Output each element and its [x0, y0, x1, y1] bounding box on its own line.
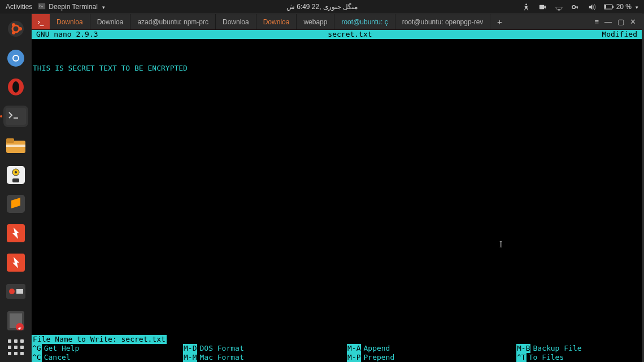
nano-shortcut: M-BBackup File: [516, 344, 642, 353]
svg-point-32: [9, 289, 15, 294]
svg-point-14: [12, 31, 15, 34]
svg-rect-9: [612, 6, 613, 8]
terminal-tab-5[interactable]: webapp: [297, 14, 334, 29]
activities-button[interactable]: Activities: [6, 3, 32, 11]
dock-item-opera[interactable]: [3, 76, 28, 98]
vpn-icon[interactable]: [571, 3, 580, 11]
nano-shortcut: M-MMac Format: [183, 353, 347, 362]
accessibility-icon[interactable]: [522, 3, 530, 11]
dock-item-chromium[interactable]: [3, 47, 28, 69]
battery-status[interactable]: 20 %: [604, 3, 638, 11]
terminal-tab-4[interactable]: Downloa: [256, 14, 297, 29]
volume-icon[interactable]: [588, 3, 596, 11]
nano-shortcut: ^TTo Files: [516, 353, 642, 362]
network-icon[interactable]: [555, 3, 563, 11]
nano-shortcut: M-AAppend: [347, 344, 516, 353]
dock-item-files[interactable]: [3, 135, 28, 156]
camera-icon[interactable]: [538, 3, 547, 11]
dock-item-terminal[interactable]: [3, 106, 28, 127]
svg-rect-2: [539, 5, 544, 9]
svg-point-12: [19, 27, 22, 30]
nano-status: Modified: [602, 30, 639, 39]
svg-point-1: [525, 3, 527, 5]
file-content: THIS IS SECRET TEXT TO BE ENCRYPTED: [33, 64, 641, 73]
svg-rect-6: [577, 6, 577, 8]
terminal-tab-7[interactable]: root@ubuntu: openpgp-rev: [395, 14, 491, 29]
nano-shortcut: ^CCancel: [32, 353, 183, 362]
svg-rect-22: [6, 138, 14, 143]
chevron-down-icon: [101, 3, 105, 11]
dock-item-gedit[interactable]: [3, 310, 28, 332]
dock-item-rhythmbox[interactable]: [3, 164, 28, 186]
nano-shortcut: M-PPrepend: [347, 353, 516, 362]
terminal-tab-6[interactable]: root@ubuntu: ç: [334, 14, 395, 29]
show-applications-button[interactable]: [8, 339, 24, 355]
text-cursor-icon: I: [499, 240, 502, 249]
chevron-down-icon: [634, 3, 638, 11]
dock-item-burp1[interactable]: [3, 223, 28, 244]
battery-percent: 20 %: [616, 3, 632, 11]
svg-rect-33: [16, 289, 23, 294]
nano-titlebar: GNU nano 2.9.3 secret.txt Modified: [32, 30, 642, 39]
terminal-tab-0[interactable]: Downloa: [50, 14, 90, 29]
clock[interactable]: منگل جنوری ,22 6:49 ش: [286, 3, 358, 11]
terminal-tab-2[interactable]: azad@ubuntu: npm-prc: [130, 14, 216, 29]
dock-item-ubuntu-logo[interactable]: [3, 18, 28, 40]
nano-shortcut: ^GGet Help: [32, 344, 183, 353]
svg-point-3: [558, 8, 560, 10]
terminal-tab-1[interactable]: Downloa: [90, 14, 131, 29]
terminal-icon: [38, 2, 46, 12]
app-title-label: Deepin Terminal: [49, 3, 98, 11]
terminal-content[interactable]: GNU nano 2.9.3 secret.txt Modified THIS …: [32, 30, 642, 362]
dock: [0, 14, 32, 362]
svg-rect-27: [12, 178, 19, 182]
dock-item-sublime[interactable]: [3, 193, 28, 215]
nano-footer: File Name to Write: secret.txt ^GGet Hel…: [32, 335, 642, 362]
app-menu[interactable]: Deepin Terminal: [38, 2, 105, 12]
window-controls: ≡ — ▢ ✕: [589, 14, 642, 29]
terminal-tab-3[interactable]: Downloa: [216, 14, 256, 29]
svg-rect-20: [6, 108, 26, 125]
gnome-topbar: Activities Deepin Terminal منگل جنوری ,2…: [0, 0, 644, 14]
svg-point-17: [14, 56, 18, 60]
svg-rect-23: [6, 145, 25, 147]
nano-shortcut: M-DDOS Format: [183, 344, 347, 353]
minimize-button[interactable]: —: [604, 18, 612, 26]
svg-point-19: [12, 81, 19, 93]
nano-editor[interactable]: THIS IS SECRET TEXT TO BE ENCRYPTED: [32, 39, 642, 335]
tab-bar: ›_ DownloaDownloaazad@ubuntu: npm-prcDow…: [32, 14, 642, 30]
menu-icon[interactable]: ≡: [594, 18, 599, 26]
terminal-window: ›_ DownloaDownloaazad@ubuntu: npm-prcDow…: [32, 14, 642, 362]
dock-item-screen-recorder[interactable]: [3, 281, 28, 303]
svg-rect-0: [38, 3, 45, 9]
maximize-button[interactable]: ▢: [617, 18, 624, 26]
nano-version: GNU nano 2.9.3: [34, 30, 98, 39]
nano-prompt: File Name to Write: secret.txt: [32, 335, 167, 344]
close-button[interactable]: ✕: [630, 18, 636, 26]
svg-rect-8: [604, 5, 606, 8]
new-tab-button[interactable]: +: [490, 14, 508, 29]
terminal-tab-lead-icon: ›_: [32, 14, 50, 29]
svg-point-13: [12, 23, 15, 27]
nano-filename: secret.txt: [98, 30, 602, 39]
svg-point-26: [15, 171, 17, 173]
dock-item-burp2[interactable]: [3, 252, 28, 273]
